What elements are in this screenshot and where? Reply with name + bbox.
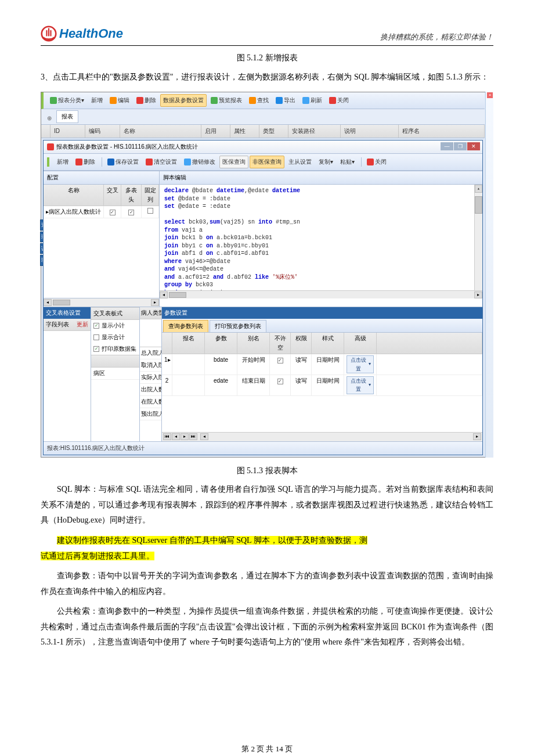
editor-hscroll[interactable]: ◂ ▸ <box>160 290 482 298</box>
btn-refresh[interactable]: 刷新 <box>300 94 325 107</box>
rec-last-icon[interactable]: ⏭ <box>189 433 197 440</box>
adv-button[interactable]: 点击设置 <box>344 354 377 375</box>
table-cell[interactable]: 结束日期 <box>237 375 270 396</box>
scroll-up-icon[interactable]: ▴ <box>475 185 482 193</box>
table-cell[interactable]: 读写 <box>291 375 312 396</box>
col-name[interactable]: 名称 <box>120 125 201 138</box>
scroll-left-icon[interactable]: ◂ <box>160 291 168 298</box>
list-item[interactable]: 总入院人 <box>140 347 161 359</box>
ward-cell[interactable]: 病区 <box>91 368 139 380</box>
scroll-right-icon[interactable]: ▸ <box>474 291 482 298</box>
query-paragraph: 查询参数：语句中以冒号开关的字词为查询参数名，通过在脚本下方的查询参数列表中设置… <box>41 568 493 599</box>
col-code[interactable]: 编码 <box>85 125 120 138</box>
list-item[interactable]: 取消入院 <box>140 359 161 372</box>
col-attr[interactable]: 属性 <box>230 125 259 138</box>
ph-param[interactable]: 参数 <box>205 333 237 354</box>
outer-close-icon[interactable]: × <box>487 92 493 98</box>
opt-subtotal[interactable]: ✓显示小计 <box>91 320 139 332</box>
window-close[interactable]: ✕ <box>467 142 480 150</box>
list-item[interactable]: 在院人数 <box>140 396 161 408</box>
editor-vscroll[interactable]: ▴ <box>474 185 482 290</box>
table-cell[interactable] <box>172 354 205 375</box>
ph-style[interactable]: 样式 <box>312 333 344 354</box>
col-enabled[interactable]: 启用 <box>201 125 230 138</box>
adv-button[interactable]: 点击设置 <box>344 375 377 396</box>
list-item[interactable]: 实际入院 <box>140 372 161 384</box>
refresh-link[interactable]: 更新 <box>77 320 88 329</box>
child-btn-nonyibao[interactable]: 非医保查询 <box>250 156 284 168</box>
btn-data-param[interactable]: 数据及参数设置 <box>160 94 207 107</box>
child-btn-undo[interactable]: 撤销修改 <box>181 156 218 168</box>
tab-query-params[interactable]: 查询参数列表 <box>163 320 208 332</box>
table-cell[interactable] <box>172 375 205 396</box>
col-desc[interactable]: 说明 <box>341 125 399 138</box>
scroll-right-icon[interactable]: ▸ <box>151 299 159 306</box>
sql-editor[interactable]: declare @bdate datetime,@edate datetime … <box>160 185 482 290</box>
col-type[interactable]: 类型 <box>259 125 288 138</box>
ph-alias[interactable]: 别名 <box>237 333 270 354</box>
window-minimize[interactable]: — <box>441 142 453 150</box>
table-cell[interactable]: 日期时间 <box>312 375 344 396</box>
cfg-col-fixed[interactable]: 固定列 <box>142 185 159 206</box>
col-id[interactable]: ID <box>50 125 85 138</box>
scroll-left-icon[interactable]: ◂ <box>44 299 52 306</box>
btn-edit[interactable]: 编辑 <box>107 94 132 107</box>
cfg-row-multi[interactable]: ✓ <box>121 206 142 218</box>
child-btn-copy[interactable]: 复制 ▾ <box>316 156 336 168</box>
child-btn-yibao[interactable]: 医保查询 <box>219 156 248 168</box>
ph-adv[interactable]: 高级 <box>344 333 377 354</box>
btn-export[interactable]: 导出 <box>273 94 298 107</box>
table-cell[interactable]: edate <box>205 375 237 396</box>
col-prog[interactable]: 程序名 <box>399 125 485 138</box>
table-cell[interactable]: 开始时间 <box>237 354 270 375</box>
btn-preview[interactable]: 预览报表 <box>208 94 245 107</box>
sql-paragraph: SQL 脚本：与标准 SQL 语法完全相同，请各使用者自行加强 SQL 语言的学… <box>41 482 493 528</box>
ph-notnull[interactable]: 不许空 <box>270 333 291 354</box>
cfg-row-cross[interactable]: ✓ <box>104 206 121 218</box>
table-cell[interactable]: 日期时间 <box>312 354 344 375</box>
child-btn-clear[interactable]: 清空设置 <box>143 156 180 168</box>
tab-report[interactable]: 报表 <box>56 110 78 123</box>
tab-print-params[interactable]: 打印预览参数列表 <box>210 320 266 332</box>
opt-total[interactable]: 显示合计 <box>91 332 139 343</box>
col-path[interactable]: 安装路径 <box>288 125 341 138</box>
btn-delete[interactable]: 删除 <box>134 94 159 107</box>
scroll-thumb[interactable] <box>169 292 186 298</box>
scroll-left-icon[interactable]: ◂ <box>200 433 208 440</box>
opt-printsrc[interactable]: ✓打印原数据集 <box>91 343 139 355</box>
cfg-col-name[interactable]: 名称 <box>44 185 104 206</box>
btn-search[interactable]: 查找 <box>246 94 272 107</box>
pin-icon[interactable]: ⊕ <box>47 114 53 120</box>
rec-first-icon[interactable]: ⏮ <box>163 433 171 440</box>
list-item[interactable]: 预出院人 <box>140 408 161 420</box>
cfg-row-fixed[interactable] <box>142 206 159 218</box>
config-hscroll[interactable]: ◂ ▸ <box>44 298 159 307</box>
vscroll-thumb[interactable] <box>475 196 482 214</box>
list-item[interactable]: 出院人数 <box>140 384 161 396</box>
btn-new[interactable]: 新增 <box>88 94 106 107</box>
table-cell[interactable]: ✓ <box>270 354 291 375</box>
table-cell[interactable]: 读写 <box>291 354 312 375</box>
child-btn-new[interactable]: 新增 <box>54 156 71 168</box>
child-btn-del[interactable]: 删除 <box>73 156 98 168</box>
scroll-right-icon[interactable]: ▸ <box>473 433 481 440</box>
rec-next-icon[interactable]: ▸ <box>181 433 189 440</box>
config-grid: 名称 交叉 多表头 固定列 ▸病区入出院人数统计 ✓ ✓ <box>44 185 159 218</box>
child-btn-paste[interactable]: 粘贴 ▾ <box>337 156 358 168</box>
ph-perm[interactable]: 权限 <box>291 333 312 354</box>
rec-prev-icon[interactable]: ◂ <box>172 433 180 440</box>
btn-close-outer[interactable]: 关闭 <box>326 94 352 107</box>
child-btn-master[interactable]: 主从设置 <box>286 156 315 168</box>
table-cell[interactable]: ✓ <box>270 375 291 396</box>
cfg-col-cross[interactable]: 交叉 <box>104 185 121 206</box>
cfg-row-name[interactable]: ▸病区入出院人数统计 <box>44 206 104 218</box>
window-maximize[interactable]: ❐ <box>454 142 467 150</box>
ph-rep[interactable]: 报名 <box>172 333 205 354</box>
scroll-thumb[interactable] <box>53 300 70 305</box>
cfg-col-multi[interactable]: 多表头 <box>121 185 142 206</box>
child-btn-save[interactable]: 保存设置 <box>104 156 142 168</box>
table-cell[interactable]: bdate <box>205 354 237 375</box>
btn-category[interactable]: 报表分类 ▾ <box>47 94 87 107</box>
child-btn-close[interactable]: 关闭 <box>364 156 389 168</box>
param-nav-bar: ⏮ ◂ ▸ ⏭ ◂ ▸ <box>162 432 482 441</box>
